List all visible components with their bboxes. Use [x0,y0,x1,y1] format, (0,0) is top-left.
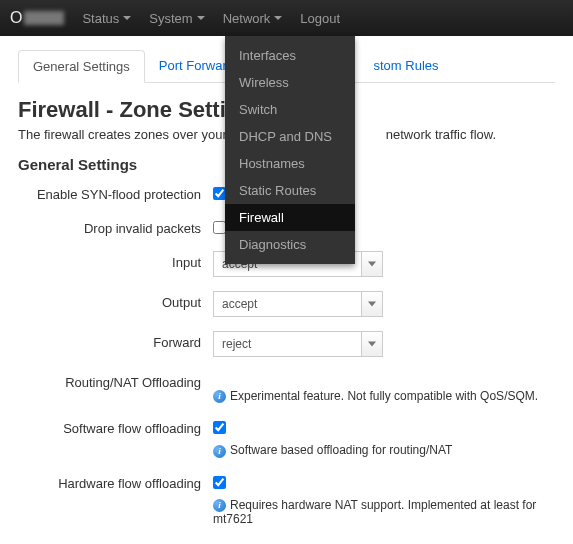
nav-status-label: Status [82,11,119,26]
field-forward: Forward reject [18,331,555,357]
info-icon: i [213,390,226,403]
tab-general-settings[interactable]: General Settings [18,50,145,83]
chevron-down-icon [368,262,376,267]
syn-flood-label: Enable SYN-flood protection [18,183,213,202]
chevron-down-icon [197,16,205,20]
output-select-value: accept [222,297,257,311]
brand-letter: O [10,9,22,27]
input-label: Input [18,251,213,270]
forward-label: Forward [18,331,213,350]
menu-interfaces[interactable]: Interfaces [225,42,355,69]
field-output: Output accept [18,291,555,317]
software-hint-text: Software based offloading for routing/NA… [230,443,452,457]
brand[interactable]: O [10,9,64,27]
menu-wireless[interactable]: Wireless [225,69,355,96]
nav-network[interactable]: Network [223,0,283,36]
chevron-down-icon [123,16,131,20]
nav-logout[interactable]: Logout [300,0,340,36]
field-software-offloading: Software flow offloading iSoftware based… [18,417,555,457]
output-label: Output [18,291,213,310]
menu-dhcp-dns[interactable]: DHCP and DNS [225,123,355,150]
nav-system-label: System [149,11,192,26]
brand-blur [24,11,64,25]
field-hardware-offloading: Hardware flow offloading iRequires hardw… [18,472,555,526]
hardware-offloading-label: Hardware flow offloading [18,472,213,491]
menu-switch[interactable]: Switch [225,96,355,123]
chevron-down-icon [274,16,282,20]
software-offloading-label: Software flow offloading [18,417,213,436]
page-desc-b: network traffic flow. [386,127,496,142]
routing-offloading-label: Routing/NAT Offloading [18,371,213,390]
drop-invalid-label: Drop invalid packets [18,217,213,236]
chevron-down-icon [368,342,376,347]
chevron-down-icon [368,302,376,307]
menu-static-routes[interactable]: Static Routes [225,177,355,204]
nav-logout-label: Logout [300,11,340,26]
hardware-offloading-hint: iRequires hardware NAT support. Implemen… [213,498,555,526]
hardware-hint-text: Requires hardware NAT support. Implement… [213,498,536,526]
routing-hint-text: Experimental feature. Not fully compatib… [230,389,538,403]
menu-hostnames[interactable]: Hostnames [225,150,355,177]
menu-diagnostics[interactable]: Diagnostics [225,231,355,258]
nav-network-label: Network [223,11,271,26]
forward-select[interactable]: reject [213,331,383,357]
routing-offloading-hint: iExperimental feature. Not fully compati… [213,389,555,403]
tab-custom-rules[interactable]: stom Rules [359,50,452,83]
hardware-offloading-checkbox[interactable] [213,476,226,489]
software-offloading-hint: iSoftware based offloading for routing/N… [213,443,555,457]
top-navbar: O Status System Network Logout [0,0,573,36]
field-routing-offloading: Routing/NAT Offloading iExperimental fea… [18,371,555,403]
nav-status[interactable]: Status [82,0,131,36]
page-desc-a: The firewall creates zones over your net [18,127,249,142]
info-icon: i [213,445,226,458]
info-icon: i [213,499,226,512]
nav-system[interactable]: System [149,0,204,36]
software-offloading-checkbox[interactable] [213,421,226,434]
output-select[interactable]: accept [213,291,383,317]
network-dropdown: Interfaces Wireless Switch DHCP and DNS … [225,36,355,264]
forward-select-value: reject [222,337,251,351]
menu-firewall[interactable]: Firewall [225,204,355,231]
